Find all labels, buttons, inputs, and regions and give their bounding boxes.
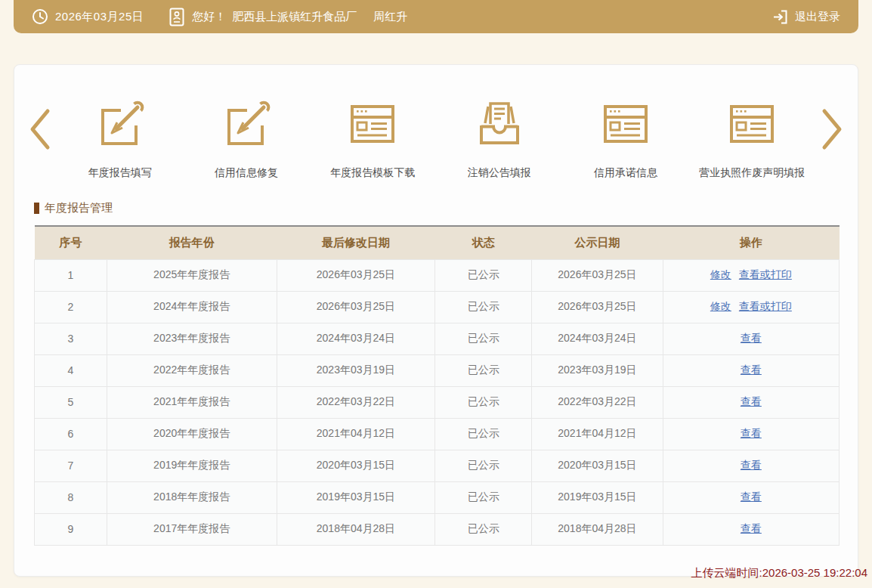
section-title-text: 年度报告管理 [45,201,113,215]
view-link[interactable]: 查看 [741,459,762,471]
status-cell: 已公示 [435,323,532,354]
actions-cell: 修改查看或打印 [663,259,839,291]
chevron-left-icon [26,107,54,154]
publish-date-cell: 2020年03月15日 [532,450,663,481]
publish-date-cell: 2021年04月12日 [532,418,663,450]
publish-date-cell: 2026年03月25日 [532,259,663,291]
last-modified-cell: 2024年03月24日 [277,323,435,354]
row-number-cell: 2 [35,291,107,323]
table-row: 82018年年度报告2019年03月15日已公示2019年03月15日查看 [35,481,840,513]
row-number-cell: 4 [35,354,107,386]
carousel-item-template-download[interactable]: 年度报告模板下载 [312,100,433,180]
last-modified-cell: 2018年04月28日 [277,513,435,545]
report-year-cell: 2024年年度报告 [107,291,277,323]
view-link[interactable]: 查看 [741,364,762,376]
view-link[interactable]: 查看 [741,332,762,344]
actions-cell: 查看 [663,450,839,481]
view-link[interactable]: 查看 [741,522,762,534]
report-year-cell: 2017年年度报告 [107,513,277,545]
last-modified-cell: 2023年03月19日 [277,354,435,386]
last-modified-cell: 2026年03月25日 [277,259,435,291]
last-modified-cell: 2020年03月15日 [277,450,435,481]
status-cell: 已公示 [435,354,532,386]
document-template-icon [727,100,777,151]
carousel-item-label: 年度报告填写 [88,166,152,180]
carousel-item-cancellation-notice[interactable]: 注销公告填报 [439,100,560,180]
actions-cell: 查看 [663,323,839,354]
report-year-cell: 2023年年度报告 [107,323,277,354]
actions-cell: 查看 [663,354,839,386]
status-cell: 已公示 [435,418,532,450]
report-year-cell: 2019年年度报告 [107,450,277,481]
last-modified-cell: 2026年03月25日 [277,291,435,323]
main-card: 年度报告填写 信用信息修复 [14,64,858,577]
carousel-item-label: 营业执照作废声明填报 [699,166,805,180]
status-cell: 已公示 [435,450,532,481]
table-row: 42022年年度报告2023年03月19日已公示2023年03月19日查看 [35,354,840,386]
carousel-item-credit-commitment[interactable]: 信用承诺信息 [565,100,686,180]
carousel-prev-button[interactable] [23,100,57,154]
current-date: 2026年03月25日 [55,10,144,24]
row-number-cell: 8 [35,481,107,513]
publish-date-cell: 2018年04月28日 [532,513,663,545]
greeting-group: 您好！ 肥西县上派镇红升食品厂 周红升 [169,8,407,26]
document-template-icon [348,100,397,151]
logout-label: 退出登录 [795,10,840,24]
carousel-item-label: 信用承诺信息 [594,166,657,180]
edit-square-icon [221,100,271,151]
status-cell: 已公示 [435,259,532,291]
last-modified-cell: 2021年04月12日 [277,418,435,450]
logout-button[interactable]: 退出登录 [765,8,840,26]
col-header-publish-date: 公示日期 [532,226,663,259]
function-carousel: 年度报告填写 信用信息修复 [14,65,858,180]
carousel-item-license-void-declaration[interactable]: 营业执照作废声明填报 [691,100,812,180]
view-link[interactable]: 查看 [741,491,762,503]
table-row: 62020年年度报告2021年04月12日已公示2021年04月12日查看 [35,418,840,450]
table-row: 72019年年度报告2020年03月15日已公示2020年03月15日查看 [35,450,840,481]
view-or-print-link[interactable]: 查看或打印 [739,268,792,280]
id-card-icon [169,8,184,26]
table-row: 32023年年度报告2024年03月24日已公示2024年03月24日查看 [35,323,840,354]
carousel-item-annual-report-fill[interactable]: 年度报告填写 [60,100,181,180]
chevron-right-icon [818,107,846,154]
section-title: 年度报告管理 [34,201,858,215]
actions-cell: 查看 [663,513,839,545]
view-link[interactable]: 查看 [741,395,762,407]
edit-square-icon [95,100,145,151]
table-row: 12025年年度报告2026年03月25日已公示2026年03月25日修改查看或… [35,259,840,291]
user-name: 周红升 [373,10,407,24]
carousel-next-button[interactable] [815,100,849,154]
report-year-cell: 2020年年度报告 [107,418,277,450]
clock-icon [32,8,48,25]
view-link[interactable]: 查看 [741,427,762,439]
status-cell: 已公示 [435,513,532,545]
col-header-no: 序号 [35,226,107,259]
table-header-row: 序号 报告年份 最后修改日期 状态 公示日期 操作 [35,226,840,259]
last-modified-cell: 2019年03月15日 [277,481,435,513]
date-group: 2026年03月25日 [32,8,144,25]
publish-date-cell: 2022年03月22日 [532,386,663,418]
publish-date-cell: 2019年03月15日 [532,481,663,513]
row-number-cell: 9 [35,513,107,545]
publish-date-cell: 2023年03月19日 [532,354,663,386]
table-row: 22024年年度报告2026年03月25日已公示2026年03月25日修改查看或… [35,291,840,323]
view-or-print-link[interactable]: 查看或打印 [739,300,792,312]
report-year-cell: 2022年年度报告 [107,354,277,386]
row-number-cell: 1 [35,259,107,291]
carousel-item-credit-repair[interactable]: 信用信息修复 [186,100,307,180]
section-marker-icon [34,203,39,214]
report-year-cell: 2025年年度报告 [107,259,277,291]
modify-link[interactable]: 修改 [710,300,731,312]
modify-link[interactable]: 修改 [710,268,731,280]
actions-cell: 查看 [663,386,839,418]
inbox-document-icon [475,100,524,151]
report-table-body: 12025年年度报告2026年03月25日已公示2026年03月25日修改查看或… [35,259,840,545]
row-number-cell: 3 [35,323,107,354]
topbar: 2026年03月25日 您好！ 肥西县上派镇红升食品厂 周红升 退出登录 [14,0,858,33]
publish-date-cell: 2024年03月24日 [532,323,663,354]
status-cell: 已公示 [435,386,532,418]
carousel-item-label: 信用信息修复 [215,166,278,180]
table-row: 92017年年度报告2018年04月28日已公示2018年04月28日查看 [35,513,840,545]
actions-cell: 修改查看或打印 [663,291,839,323]
row-number-cell: 7 [35,450,107,481]
